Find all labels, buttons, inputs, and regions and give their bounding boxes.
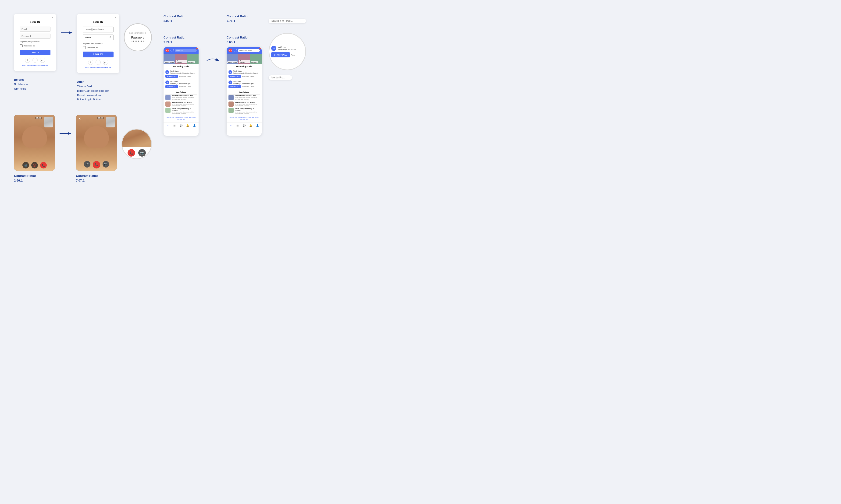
app-after-col: Contrast Ratio: 7.71:1 Contrast Ratio: 6… [227,14,262,136]
cancel-btn-1-before[interactable]: Cancel [187,75,191,78]
start-call-btn-2-before[interactable]: START CALL [166,85,178,88]
start-call-btn-1-before[interactable]: START CALL [166,75,178,78]
home-icon-before[interactable]: ⌂ [166,124,170,127]
article-3-after: Social Entrepreneurship in Germany Lorem… [228,108,260,114]
close-icon-after[interactable]: × [115,16,116,19]
google-icon-after[interactable]: g+ [103,60,108,65]
remember-me-before: Remember me [20,44,50,47]
twitter-icon-after[interactable]: t [96,60,101,65]
password-input-after[interactable] [83,35,114,40]
after-line-2: Bigger 16pt placeholder text [77,89,119,93]
reschedule-btn-1-after[interactable]: Reschedule [242,75,249,78]
chat-icon-after[interactable]: 💬 [242,124,246,127]
article-1-after: How to build a Business Plan Lorem ipsum… [228,95,260,100]
article-text-3-before: Social Entrepreneurship in Germany Lorem… [172,108,197,114]
login-button-before[interactable]: LOG IN [20,50,50,55]
zoom-circle-content: 18 MAY, 4pm Mary Bright, Financial START… [269,43,305,60]
search-bar-before[interactable]: Search In [175,49,197,52]
start-call-btn-2-after[interactable]: START CALL [228,85,241,88]
article-1-before: How to build a Business Plan Lorem ipsum… [166,95,197,100]
zoom-reschedule[interactable]: Re... [291,54,295,56]
app-bottombar-before: ⌂ ▦ 💬 🔔 👤 [164,122,199,129]
video-controls-before: 📹 🚫 📞 [14,162,55,168]
zoom-date-badge: 18 [271,46,276,51]
grid-icon-after[interactable]: ▦ [236,124,239,127]
reschedule-btn-1-before[interactable]: Reschedule [179,75,186,78]
close-video-btn[interactable]: ✕ [78,117,81,121]
svg-marker-3 [68,132,71,135]
sign-up-link-before[interactable]: SIGN UP [41,65,48,66]
call-date-2-after: 18 [228,80,232,84]
remember-me-checkbox-before[interactable] [20,44,23,47]
app-search-icon-before[interactable] [171,49,174,52]
chat-icon-before[interactable]: 💬 [179,124,183,127]
call-actions-1-after: START CALL Reschedule Cancel [228,75,260,78]
cancel-btn-2-before[interactable]: Cancel [187,85,191,88]
banner-commun-label-after: Commun... [251,61,258,63]
camera-btn-before[interactable]: 📹 [22,162,29,168]
contrast-app-before-2: Contrast Ratio: 2.74:1 [164,35,199,44]
after-line-4: Bolder Log In Button [77,97,119,102]
banner-mentor-label-before: Mentor Programs [176,60,187,63]
close-icon[interactable]: × [51,16,53,19]
articles-title-before: Your Articles [166,90,197,94]
reschedule-btn-2-after[interactable]: Reschedule [242,85,249,88]
google-icon[interactable]: g+ [40,58,45,63]
person-icon-before[interactable]: 👤 [192,124,196,127]
mentor-programs-bubble: Mentor Pro... [269,75,292,80]
home-icon-after[interactable]: ⌂ [229,124,233,127]
remember-me-checkbox-after[interactable] [83,46,86,49]
facebook-icon[interactable]: f [25,58,30,63]
callout-password-label: Password [131,36,144,39]
mic-btn-after[interactable]: 🎤 [84,161,90,167]
start-call-btn-1-after[interactable]: START CALL [228,75,241,78]
banner-explore-label-before: Explore Experts [164,61,174,63]
call-header-1-before: 18 MAX, 12pm Rebecca Lynch, Marketing Ex… [166,70,197,74]
video-card-before: 35:50 📹 🚫 📞 [14,115,55,171]
upcoming-calls-title-after: Upcoming Calls [227,64,262,69]
circle-camera-btn[interactable]: 📷 [138,149,146,157]
zoom-start-call-btn[interactable]: START CALL [271,52,290,57]
app-search-icon-after[interactable] [234,49,237,52]
email-input-before[interactable] [20,26,50,32]
hangup-btn-before[interactable]: 📞 [40,162,47,168]
circle-hangup-btn[interactable]: 📞 [127,149,135,157]
reveal-password-icon[interactable]: 👁 [109,36,111,38]
camera-btn-after[interactable]: 📷 [103,161,109,167]
call-item-2-before: 18 MAX, 4pm Mary Bright, Financial Exper… [164,79,199,89]
article-3-before: Social Entrepreneurship in Germany Lorem… [166,108,197,114]
search-bar-after[interactable]: Search in m.Power... [238,49,260,52]
article-thumb-3-before [166,108,171,113]
callout-email: name@email.com [130,32,147,34]
bell-icon-before[interactable]: 🔔 [186,124,189,127]
article-thumb-2-after [228,102,234,107]
zoom-call-circle: 18 MAY, 4pm Mary Bright, Financial START… [269,33,306,70]
twitter-icon[interactable]: t [33,58,38,63]
mic-btn-before[interactable]: 🚫 [31,162,38,168]
password-field-after: 👁 [83,35,114,42]
video-before-group: 35:50 📹 🚫 📞 Contrast Ratio: 2.66:1 [14,115,55,183]
before-line-2: form fields [14,87,56,91]
person-icon-after[interactable]: 👤 [256,124,259,127]
video-comparison-group: 35:50 📹 🚫 📞 Contrast Ratio: 2.66:1 [14,115,152,183]
cancel-btn-1-after[interactable]: Cancel [250,75,254,78]
call-date-2-before: 18 [166,80,169,84]
sign-up-link-after[interactable]: SIGN UP [104,67,111,68]
call-date-1-before: 18 [166,70,169,74]
cancel-btn-2-after[interactable]: Cancel [250,85,254,88]
search-bubble-top: Search in m Power... [269,19,306,23]
grid-icon-before[interactable]: ▦ [173,124,176,127]
video-after-group: 35:50 ✕ 🎤 📞 📷 Contrast Ratio: 7.07:1 [76,115,117,183]
app-arrow [206,14,220,65]
reschedule-btn-2-before[interactable]: Reschedule [179,85,186,88]
facebook-icon-after[interactable]: f [88,60,93,65]
video-timer-after: 35:50 [97,117,104,119]
callout-password-dots: •••••••• [131,39,144,43]
hangup-btn-after[interactable]: 📞 [93,161,100,168]
bell-icon-after[interactable]: 🔔 [249,124,253,127]
main-layout: × LOG IN Forgotten your password? Rememb… [9,9,832,187]
login-button-after[interactable]: LOG IN [83,52,114,57]
email-input-after[interactable] [83,26,114,32]
app-banner-after: Explore Experts Mentor Programs Commun..… [227,54,262,64]
password-input-before[interactable] [20,34,50,39]
